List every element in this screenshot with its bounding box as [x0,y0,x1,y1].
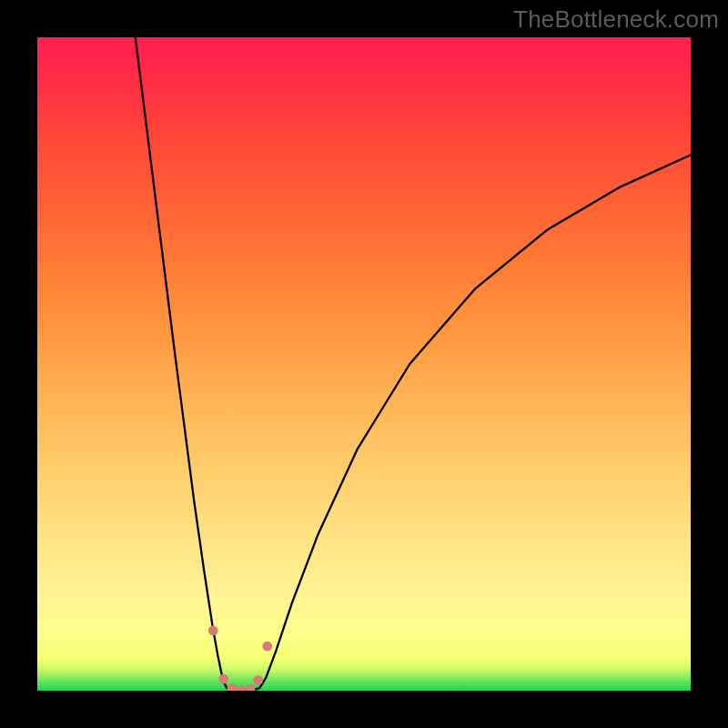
watermark-text: TheBottleneck.com [513,5,719,34]
chart-frame: TheBottleneck.com [0,0,728,728]
chart-plot-area [37,37,691,691]
background-gradient [37,37,691,691]
